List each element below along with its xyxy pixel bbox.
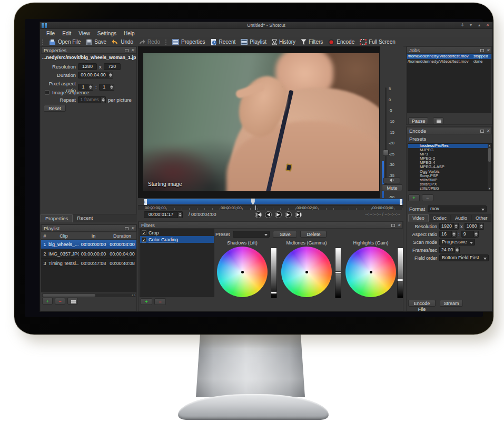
wheel-cursor[interactable] bbox=[305, 271, 308, 273]
filter-checkbox[interactable]: ✓ bbox=[142, 237, 146, 242]
close-window-icon[interactable]: ✕ bbox=[485, 23, 490, 28]
encode-width-field[interactable]: 1920 bbox=[439, 223, 454, 230]
tab-codec[interactable]: Codec bbox=[429, 214, 451, 222]
shade-window-icon[interactable]: ⇕ bbox=[460, 23, 465, 28]
wheel-cursor[interactable] bbox=[241, 271, 244, 273]
filter-item-crop[interactable]: ✓ Crop bbox=[140, 229, 214, 236]
highlights-color-wheel[interactable] bbox=[345, 247, 396, 297]
width-spinner[interactable] bbox=[454, 223, 459, 230]
fps-spinner[interactable] bbox=[455, 247, 460, 253]
playlist-add-button[interactable]: + bbox=[42, 298, 53, 305]
preset-delete-button[interactable]: Delete bbox=[300, 231, 327, 238]
scrollbar-arrows[interactable]: ‹ › bbox=[132, 293, 135, 297]
current-time-spinner[interactable] bbox=[178, 211, 183, 218]
history-button[interactable]: History bbox=[272, 39, 295, 45]
aspect-num-spinner[interactable] bbox=[452, 231, 457, 238]
stream-button[interactable]: Stream bbox=[440, 300, 463, 307]
undo-button[interactable]: Undo bbox=[112, 39, 133, 45]
menu-edit[interactable]: Edit bbox=[59, 31, 74, 36]
scrollbar-thumb[interactable] bbox=[43, 294, 95, 297]
minimize-window-icon[interactable]: ▾ bbox=[468, 23, 473, 28]
float-panel-icon[interactable] bbox=[125, 49, 129, 52]
aspect-den-field[interactable]: 9 bbox=[461, 231, 474, 238]
column-in[interactable]: In bbox=[79, 232, 108, 239]
play-button[interactable] bbox=[275, 211, 282, 218]
pause-button[interactable]: Pause bbox=[408, 117, 428, 124]
presets-vertical-scrollbar[interactable]: ▲ ▼ bbox=[488, 144, 491, 190]
scrollbar-thumb[interactable] bbox=[488, 148, 491, 162]
column-duration[interactable]: Duration bbox=[108, 232, 136, 239]
add-filter-button[interactable]: + bbox=[141, 298, 152, 305]
job-row[interactable]: /home/ddennedy/Videos/test.mov stopped bbox=[407, 54, 491, 59]
preset-save-button[interactable]: Save bbox=[273, 231, 297, 238]
float-panel-icon[interactable] bbox=[480, 49, 484, 52]
tab-other[interactable]: Other bbox=[471, 214, 492, 222]
full-screen-button[interactable]: Full Screen bbox=[360, 39, 396, 45]
column-number[interactable]: # bbox=[41, 232, 48, 239]
fast-forward-button[interactable] bbox=[285, 211, 292, 218]
playlist-button[interactable]: Playlist bbox=[241, 39, 266, 45]
close-panel-icon[interactable]: ✕ bbox=[486, 129, 490, 133]
close-panel-icon[interactable]: ✕ bbox=[131, 227, 134, 231]
save-button[interactable]: Save bbox=[86, 39, 106, 45]
tab-audio[interactable]: Audio bbox=[451, 214, 471, 222]
trim-out-handle[interactable] bbox=[400, 199, 402, 205]
properties-button[interactable]: Properties bbox=[172, 39, 205, 45]
menu-settings[interactable]: Settings bbox=[94, 31, 120, 36]
image-sequence-checkbox[interactable] bbox=[45, 90, 50, 95]
scrubber[interactable] bbox=[138, 198, 403, 205]
midtones-color-wheel[interactable] bbox=[281, 247, 332, 297]
mute-button[interactable]: Mute bbox=[382, 184, 402, 191]
video-preview[interactable]: Starting image bbox=[138, 46, 380, 198]
menu-file[interactable]: File bbox=[43, 31, 58, 36]
job-row[interactable]: /home/ddennedy/Videos/test.mov done bbox=[407, 59, 491, 64]
jobs-menu-button[interactable] bbox=[433, 117, 443, 124]
remove-preset-button[interactable]: − bbox=[422, 194, 433, 201]
scan-mode-dropdown[interactable]: Progressive bbox=[439, 239, 475, 246]
playlist-row[interactable]: 2 IMG_0357.JPG 00:00:00:00 00:00:04:00 bbox=[41, 249, 136, 259]
add-preset-button[interactable]: + bbox=[408, 194, 420, 201]
duration-spinner[interactable] bbox=[108, 72, 113, 78]
highlights-level-slider[interactable] bbox=[397, 248, 403, 298]
height-spinner[interactable] bbox=[479, 223, 484, 230]
preset-dropdown[interactable] bbox=[233, 231, 270, 238]
float-panel-icon[interactable] bbox=[125, 227, 129, 230]
slider-handle[interactable] bbox=[271, 291, 277, 294]
close-panel-icon[interactable]: ✕ bbox=[397, 223, 401, 228]
playhead-marker[interactable] bbox=[251, 199, 255, 205]
scroll-up-arrow[interactable]: ▲ bbox=[488, 144, 491, 147]
recent-button[interactable]: Recent bbox=[211, 39, 236, 45]
fps-field[interactable]: 24.00 bbox=[439, 247, 455, 253]
filter-item-color-grading[interactable]: ✓ Color Grading bbox=[140, 236, 214, 243]
tab-properties[interactable]: Properties bbox=[41, 214, 73, 222]
par-den-spinner[interactable] bbox=[110, 84, 114, 91]
column-clip[interactable]: Clip bbox=[48, 232, 79, 239]
toolbar-handle[interactable] bbox=[42, 40, 44, 45]
aspect-num-field[interactable]: 16 bbox=[439, 231, 452, 238]
close-panel-icon[interactable]: ✕ bbox=[131, 48, 134, 53]
aspect-den-spinner[interactable] bbox=[474, 231, 479, 238]
menu-help[interactable]: Help bbox=[121, 31, 138, 36]
midtones-level-slider[interactable] bbox=[335, 248, 341, 298]
scrub-bar[interactable] bbox=[144, 199, 403, 204]
filters-button[interactable]: Filters bbox=[301, 39, 323, 45]
tab-video[interactable]: Video bbox=[408, 214, 429, 222]
timeline-ruler[interactable]: 00:00:00;00 00:00:01;00 00:00:02;00 00:0… bbox=[138, 205, 403, 210]
shadows-color-wheel[interactable] bbox=[217, 247, 268, 297]
playlist-menu-button[interactable] bbox=[67, 298, 78, 305]
playlist-row[interactable]: 3 Timing Testsl... 00:00:47:08 00:00:40:… bbox=[41, 259, 136, 268]
scroll-down-arrow[interactable]: ▼ bbox=[488, 187, 491, 190]
volume-slider-handle[interactable] bbox=[383, 150, 389, 156]
float-panel-icon[interactable] bbox=[480, 130, 484, 133]
menu-view[interactable]: View bbox=[75, 31, 93, 36]
filter-checkbox[interactable]: ✓ bbox=[142, 230, 146, 235]
par-num-spinner[interactable] bbox=[88, 84, 93, 91]
playlist-remove-button[interactable]: − bbox=[55, 298, 65, 305]
encode-file-button[interactable]: Encode File bbox=[408, 300, 436, 307]
slider-handle[interactable] bbox=[397, 279, 403, 281]
trim-in-handle[interactable] bbox=[144, 199, 147, 205]
close-panel-icon[interactable]: ✕ bbox=[486, 48, 490, 53]
resolution-height-field[interactable]: 720 bbox=[104, 63, 121, 70]
maximize-window-icon[interactable]: ▴ bbox=[477, 23, 482, 28]
wheel-cursor[interactable] bbox=[370, 271, 372, 273]
